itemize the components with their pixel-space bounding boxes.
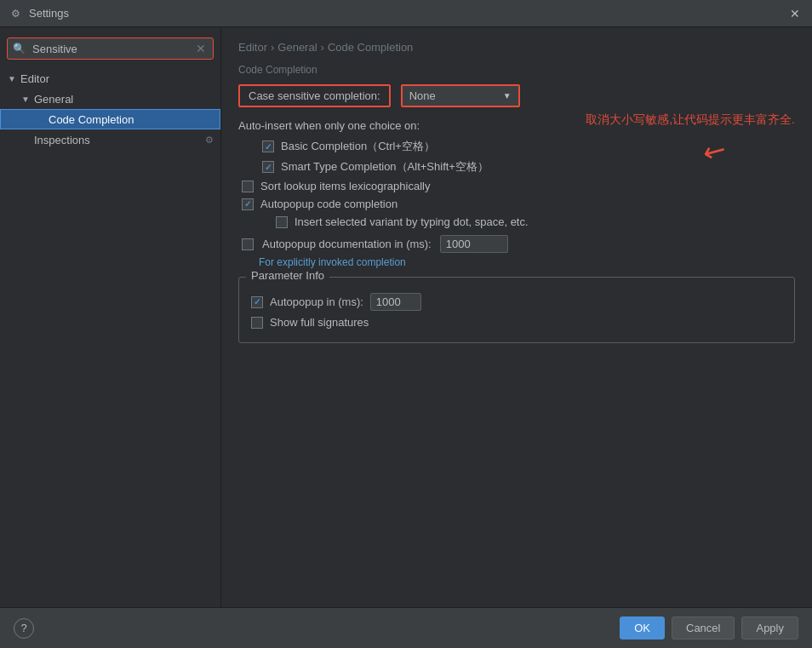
title-bar: ⚙ Settings ✕ [0,0,812,27]
annotation-text: 取消大小写敏感,让代码提示更丰富齐全. [586,112,795,128]
settings-icon: ⚙ [9,7,22,20]
sidebar-item-editor[interactable]: ▼ Editor [0,68,220,89]
breadcrumb-code-completion: Code Completion [328,41,413,54]
inspection-settings-icon: ⚙ [205,135,214,146]
checkbox-autopopup-label: Autopopup code completion [260,198,397,210]
dropdown-arrow-icon: ▼ [503,91,512,100]
annotation-area: 取消大小写敏感,让代码提示更丰富齐全. ↙ [586,112,795,167]
breadcrumb-editor: Editor [238,41,267,54]
cancel-button[interactable]: Cancel [672,616,735,639]
parameter-info-fieldset: Parameter Info Autopopup in (ms): Show f… [238,277,795,343]
tree-section: ▼ Editor ▼ General Code Completion Inspe… [0,66,220,152]
button-group: OK Cancel Apply [620,616,798,639]
help-button[interactable]: ? [14,618,34,639]
section-label: Code Completion [238,64,795,76]
doc-input[interactable] [440,235,508,253]
sidebar-item-inspections[interactable]: Inspections ⚙ [0,129,220,150]
search-icon: 🔍 [13,43,26,54]
checkbox-param-autopopup[interactable] [251,296,263,308]
main-layout: 🔍 ✕ ▼ Editor ▼ General Code Completion I [0,27,812,607]
show-sigs-label: Show full signatures [270,316,369,329]
param-legend: Parameter Info [246,269,329,282]
checkbox-basic-label: Basic Completion（Ctrl+空格） [281,139,435,154]
checkbox-sort-label: Sort lookup items lexicographically [260,180,430,192]
close-button[interactable]: ✕ [786,5,803,22]
case-sensitive-row: Case sensitive completion: None ▼ [238,84,795,107]
sidebar-item-code-completion[interactable]: Code Completion [0,109,220,129]
breadcrumb-sep-1: › [271,41,274,54]
ok-button[interactable]: OK [620,616,665,639]
sidebar-item-general[interactable]: ▼ General [0,89,220,109]
checkbox-insert-variant[interactable]: Insert selected variant by typing dot, s… [238,215,795,228]
tree-arrow-general: ▼ [20,95,31,104]
bottom-bar: ? OK Cancel Apply [0,607,812,648]
search-box[interactable]: 🔍 ✕ [7,37,214,60]
apply-button[interactable]: Apply [741,616,798,639]
checkbox-smart-check[interactable] [262,161,274,173]
sidebar-item-label-inspections: Inspections [34,134,90,146]
search-input[interactable] [29,43,194,55]
param-autopopup-label: Autopopup in (ms): [270,295,363,308]
help-label: ? [20,622,26,634]
checkbox-insert-variant-label: Insert selected variant by typing dot, s… [294,215,529,228]
case-sensitive-dropdown[interactable]: None ▼ [401,84,520,107]
annotation-arrow-icon: ↙ [697,131,733,170]
dropdown-value: None [409,89,436,102]
checkbox-sort-lookup[interactable]: Sort lookup items lexicographically [238,180,795,192]
checkbox-smart-label: Smart Type Completion（Alt+Shift+空格） [281,159,489,175]
breadcrumb-general: General [277,41,317,54]
checkbox-basic-check[interactable] [262,140,274,152]
window-title: Settings [29,7,69,20]
doc-row[interactable]: Autopopup documentation in (ms): [238,235,795,253]
case-sensitive-label-box: Case sensitive completion: [238,84,391,107]
checkbox-show-sigs[interactable] [251,317,263,329]
sidebar: 🔍 ✕ ▼ Editor ▼ General Code Completion I [0,27,221,607]
case-sensitive-label: Case sensitive completion: [249,89,380,102]
tree-arrow-editor: ▼ [7,74,17,83]
sidebar-item-label-editor: Editor [20,72,49,85]
checkbox-autopopup[interactable]: Autopopup code completion [238,198,795,210]
param-autopopup-input[interactable] [370,293,421,311]
doc-label: Autopopup documentation in (ms): [262,238,432,250]
doc-hint: For explicitly invoked completion [238,256,795,268]
checkbox-doc-check[interactable] [242,238,254,250]
sidebar-item-label-code-completion: Code Completion [49,113,134,126]
breadcrumb-sep-2: › [321,41,324,54]
checkbox-autopopup-check[interactable] [242,198,254,210]
content-area: Editor › General › Code Completion Code … [221,27,812,607]
param-show-sigs-row[interactable]: Show full signatures [251,316,782,329]
checkbox-sort-check[interactable] [242,181,254,192]
breadcrumb: Editor › General › Code Completion [238,41,795,54]
tree-arrow-code-completion [35,115,45,124]
param-autopopup-row[interactable]: Autopopup in (ms): [251,293,782,311]
checkbox-insert-variant-check[interactable] [276,216,288,228]
sidebar-item-label-general: General [34,93,73,106]
search-clear-icon[interactable]: ✕ [194,42,208,55]
